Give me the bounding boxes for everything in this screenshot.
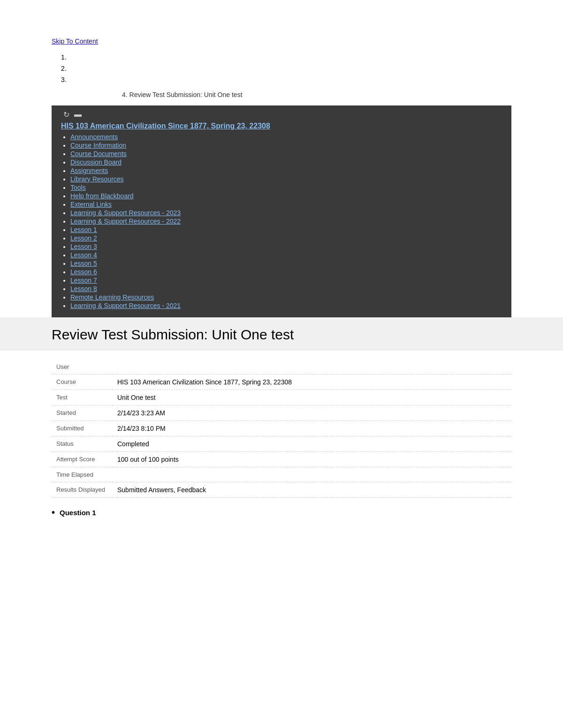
table-row: Test Unit One test [52, 390, 511, 405]
list-item: Learning & Support Resources - 2023 [70, 209, 504, 217]
table-row: Results Displayed Submitted Answers, Fee… [52, 482, 511, 498]
table-cell-label: Time Elapsed [52, 467, 113, 482]
list-item: Help from Blackboard [70, 192, 504, 200]
list-item: Lesson 1 [70, 226, 504, 233]
list-item: Remote Learning Resources [70, 293, 504, 301]
nav-icons: ↻ ▬ [59, 110, 504, 119]
navigation-panel: ↻ ▬ HIS 103 American Civilization Since … [52, 105, 511, 317]
list-item: Lesson 7 [70, 277, 504, 284]
table-cell-value-results: Submitted Answers, Feedback [113, 482, 511, 498]
question-label: Question 1 [60, 509, 96, 517]
table-row: User [52, 360, 511, 375]
breadcrumb-item-1: 1. [61, 53, 563, 61]
table-cell-label: User [52, 360, 113, 375]
refresh-icon[interactable]: ↻ [63, 110, 69, 119]
list-item: Learning & Support Resources - 2021 [70, 302, 504, 309]
question-bullet: • [52, 507, 55, 518]
nav-link-lesson-6[interactable]: Lesson 6 [70, 268, 97, 276]
question-section: • Question 1 [0, 498, 563, 518]
nav-link-lesson-3[interactable]: Lesson 3 [70, 243, 97, 250]
nav-link-course-information[interactable]: Course Information [70, 142, 126, 149]
list-item: Lesson 4 [70, 251, 504, 259]
list-item: Announcements [70, 133, 504, 141]
table-cell-label: Results Displayed [52, 482, 113, 498]
table-cell-value-score: 100 out of 100 points [113, 452, 511, 467]
nav-link-help-blackboard[interactable]: Help from Blackboard [70, 192, 134, 200]
table-cell-value [113, 360, 511, 375]
nav-link-lesson-7[interactable]: Lesson 7 [70, 277, 97, 284]
table-cell-value-course: HIS 103 American Civilization Since 1877… [113, 375, 511, 390]
nav-link-remote-learning[interactable]: Remote Learning Resources [70, 293, 154, 301]
nav-link-course-documents[interactable]: Course Documents [70, 150, 127, 158]
table-cell-value-submitted: 2/14/23 8:10 PM [113, 421, 511, 436]
nav-link-tools[interactable]: Tools [70, 184, 86, 191]
nav-link-lesson-8[interactable]: Lesson 8 [70, 285, 97, 293]
question-1-title: • Question 1 [52, 507, 511, 518]
table-cell-value-test: Unit One test [113, 390, 511, 405]
nav-link-assignments[interactable]: Assignments [70, 167, 108, 174]
nav-links-list: Announcements Course Information Course … [59, 133, 504, 309]
table-cell-label: Status [52, 436, 113, 452]
table-cell-value-status: Completed [113, 436, 511, 452]
table-cell-value-elapsed [113, 467, 511, 482]
table-row: Attempt Score 100 out of 100 points [52, 452, 511, 467]
nav-link-resources-2023[interactable]: Learning & Support Resources - 2023 [70, 209, 181, 217]
course-title-link[interactable]: HIS 103 American Civilization Since 1877… [59, 122, 504, 130]
list-item: Lesson 2 [70, 234, 504, 242]
nav-link-external-links[interactable]: External Links [70, 201, 112, 208]
breadcrumb-item-2: 2. [61, 65, 563, 72]
table-row: Time Elapsed [52, 467, 511, 482]
nav-link-lesson-5[interactable]: Lesson 5 [70, 260, 97, 267]
nav-link-lesson-1[interactable]: Lesson 1 [70, 226, 97, 233]
breadcrumb-item-3: 3. [61, 76, 563, 83]
table-row: Started 2/14/23 3:23 AM [52, 405, 511, 421]
list-item: External Links [70, 201, 504, 208]
list-item: Lesson 3 [70, 243, 504, 250]
table-cell-label: Course [52, 375, 113, 390]
table-cell-label: Test [52, 390, 113, 405]
table-row: Submitted 2/14/23 8:10 PM [52, 421, 511, 436]
list-item: Course Information [70, 142, 504, 149]
table-cell-label: Submitted [52, 421, 113, 436]
table-cell-value-started: 2/14/23 3:23 AM [113, 405, 511, 421]
list-item: Lesson 8 [70, 285, 504, 293]
nav-link-announcements[interactable]: Announcements [70, 133, 118, 141]
nav-link-discussion-board[interactable]: Discussion Board [70, 158, 122, 166]
list-item: Tools [70, 184, 504, 191]
nav-link-lesson-4[interactable]: Lesson 4 [70, 251, 97, 259]
list-item: Lesson 5 [70, 260, 504, 267]
panel-icon[interactable]: ▬ [74, 110, 82, 119]
list-item: Discussion Board [70, 158, 504, 166]
page-title: Review Test Submission: Unit One test [0, 317, 563, 350]
nav-link-resources-2022[interactable]: Learning & Support Resources - 2022 [70, 218, 181, 225]
nav-link-lesson-2[interactable]: Lesson 2 [70, 234, 97, 242]
breadcrumb: 1. 2. 3. [0, 45, 563, 83]
table-cell-label: Attempt Score [52, 452, 113, 467]
table-row: Course HIS 103 American Civilization Sin… [52, 375, 511, 390]
list-item: Assignments [70, 167, 504, 174]
table-cell-label: Started [52, 405, 113, 421]
list-item: Course Documents [70, 150, 504, 158]
list-item: Lesson 6 [70, 268, 504, 276]
list-item: Learning & Support Resources - 2022 [70, 218, 504, 225]
submission-table: User Course HIS 103 American Civilizatio… [52, 360, 511, 498]
breadcrumb-item-4: 4. Review Test Submission: Unit One test [0, 87, 563, 98]
skip-to-content-link[interactable]: Skip To Content [0, 0, 563, 45]
nav-link-resources-2021[interactable]: Learning & Support Resources - 2021 [70, 302, 181, 309]
table-row: Status Completed [52, 436, 511, 452]
nav-link-library-resources[interactable]: Library Resources [70, 175, 124, 183]
list-item: Library Resources [70, 175, 504, 183]
